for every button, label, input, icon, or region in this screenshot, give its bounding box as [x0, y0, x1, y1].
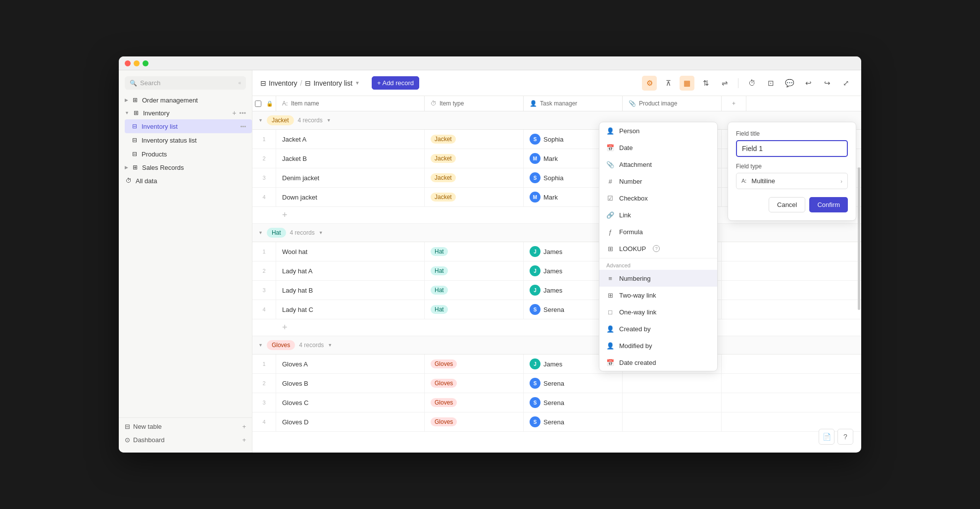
- sidebar-item-products[interactable]: ⊟ Products: [125, 147, 252, 161]
- copy-button[interactable]: ⊡: [763, 76, 778, 91]
- group-button[interactable]: ⇌: [717, 76, 732, 91]
- sidebar-item-inventory-list[interactable]: ⊟ Inventory list •••: [125, 119, 252, 133]
- more-icon[interactable]: •••: [240, 123, 246, 129]
- help-icon-button[interactable]: ?: [837, 429, 853, 445]
- td-name[interactable]: Jacket A: [276, 130, 425, 149]
- add-record-button[interactable]: + Add record: [372, 76, 419, 90]
- type-badge: Hat: [431, 247, 448, 256]
- dropdown-item-link[interactable]: 🔗 Link: [599, 206, 717, 223]
- chevron-icon[interactable]: ▼: [327, 118, 331, 123]
- td-name[interactable]: Lady hat A: [276, 261, 425, 280]
- expand-button[interactable]: ⤢: [838, 76, 853, 91]
- new-table-item[interactable]: ⊟ New table +: [119, 420, 252, 433]
- td-name[interactable]: Wool hat: [276, 242, 425, 261]
- filter-button[interactable]: ⊼: [661, 76, 676, 91]
- redo-button[interactable]: ↪: [820, 76, 834, 91]
- type-badge: Jacket: [431, 135, 456, 144]
- sidebar-item-all-data[interactable]: ⏱ All data: [119, 174, 252, 188]
- td-num: 3: [252, 393, 276, 412]
- scrollbar-thumb[interactable]: [858, 167, 860, 310]
- td-num: 1: [252, 242, 276, 261]
- td-name[interactable]: Gloves D: [276, 412, 425, 431]
- chevron-down-icon[interactable]: ▼: [258, 230, 263, 235]
- dropdown-item-modified-by[interactable]: 👤 Modified by: [599, 337, 717, 354]
- close-button[interactable]: [125, 60, 131, 66]
- dropdown-item-checkbox[interactable]: ☑ Checkbox: [599, 190, 717, 206]
- dropdown-item-date[interactable]: 📅 Date: [599, 139, 717, 156]
- dropdown-item-one-way-link[interactable]: □ One-way link: [599, 304, 717, 320]
- td-name[interactable]: Gloves B: [276, 374, 425, 393]
- collapse-icon[interactable]: «: [238, 80, 241, 86]
- field-title-input[interactable]: [736, 140, 848, 157]
- sidebar-group-children-inventory: ⊟ Inventory list ••• ⊟ Inventory status …: [119, 119, 252, 161]
- td-type: Hat: [425, 300, 524, 319]
- sidebar-group-header-sales-records[interactable]: ▶ ⊞ Sales Records: [119, 161, 252, 174]
- add-record-label: + Add record: [377, 79, 414, 87]
- field-type-label: Field type: [736, 163, 848, 170]
- sidebar-group-header-order-management[interactable]: ▶ ⊞ Order management: [119, 94, 252, 106]
- field-type-selector[interactable]: Aː Multiline ›: [736, 173, 848, 189]
- chevron-down-icon[interactable]: ▼: [258, 343, 263, 348]
- group-tag-gloves: Gloves: [267, 340, 295, 350]
- td-name[interactable]: Denim jacket: [276, 168, 425, 187]
- search-bar[interactable]: 🔍 Search «: [125, 76, 246, 90]
- dropdown-item-person[interactable]: 👤 Person: [599, 122, 717, 139]
- dropdown-item-number[interactable]: # Number: [599, 173, 717, 190]
- settings-button[interactable]: ⚙: [642, 76, 657, 91]
- chevron-down-icon[interactable]: ▼: [258, 118, 263, 123]
- more-inventory-icon[interactable]: •••: [239, 109, 246, 117]
- multiline-icon: Aː Multiline: [741, 177, 775, 185]
- minimize-button[interactable]: [134, 60, 140, 66]
- add-dashboard-icon[interactable]: +: [242, 436, 246, 444]
- sort-button[interactable]: ⇅: [698, 76, 713, 91]
- group-count-jacket: 4 records: [298, 117, 323, 124]
- td-name[interactable]: Down jacket: [276, 188, 425, 206]
- dashboard-icon: ⊙: [125, 436, 130, 444]
- dropdown-item-formula[interactable]: ƒ Formula: [599, 223, 717, 240]
- dropdown-item-created-by[interactable]: 👤 Created by: [599, 320, 717, 337]
- td-name[interactable]: Gloves C: [276, 393, 425, 412]
- sidebar-item-inventory-status-list[interactable]: ⊟ Inventory status list: [125, 133, 252, 147]
- th-item-type[interactable]: ⏱ Item type: [425, 96, 524, 111]
- select-all-checkbox[interactable]: [255, 101, 261, 107]
- title-bar: [119, 56, 861, 70]
- view-button[interactable]: ▦: [680, 76, 694, 91]
- sidebar-group-inventory: ▼ ⊞ Inventory + ••• ⊟ Inventory list •••…: [119, 106, 252, 161]
- dropdown-item-two-way-link[interactable]: ⊞ Two-way link: [599, 287, 717, 304]
- breadcrumb-root[interactable]: ⊟ Inventory: [260, 79, 297, 87]
- td-name[interactable]: Lady hat B: [276, 281, 425, 300]
- chevron-icon[interactable]: ▼: [328, 343, 332, 348]
- dropdown-item-lookup[interactable]: ⊞ LOOKUP ?: [599, 240, 717, 257]
- th-add-column[interactable]: +: [722, 96, 746, 111]
- maximize-button[interactable]: [143, 60, 148, 66]
- dropdown-item-attachment[interactable]: 📎 Attachment: [599, 156, 717, 173]
- add-row-hat[interactable]: +: [252, 319, 861, 336]
- chevron-icon[interactable]: ▼: [319, 230, 323, 235]
- sidebar-group-header-inventory[interactable]: ▼ ⊞ Inventory + •••: [119, 106, 252, 119]
- doc-icon-button[interactable]: 📄: [819, 429, 834, 445]
- history-button[interactable]: ⏱: [744, 76, 759, 91]
- td-type: Gloves: [425, 374, 524, 393]
- cancel-button[interactable]: Cancel: [769, 197, 805, 212]
- dropdown-item-date-created[interactable]: 📅 Date created: [599, 354, 717, 371]
- th-product-image[interactable]: 📎 Product image: [623, 96, 722, 111]
- dropdown-label-number: Number: [619, 178, 642, 185]
- add-inventory-icon[interactable]: +: [232, 109, 236, 117]
- td-name[interactable]: Gloves A: [276, 355, 425, 373]
- td-manager: SSerena: [524, 412, 623, 431]
- confirm-button[interactable]: Confirm: [809, 197, 848, 212]
- comment-button[interactable]: 💬: [782, 76, 797, 91]
- dashboard-item[interactable]: ⊙ Dashboard +: [119, 433, 252, 447]
- dropdown-label-person: Person: [619, 127, 639, 135]
- td-name[interactable]: Lady hat C: [276, 300, 425, 319]
- td-name[interactable]: Jacket B: [276, 149, 425, 168]
- add-new-table-icon[interactable]: +: [242, 423, 246, 430]
- table-row: 3 Gloves C Gloves SSerena: [252, 393, 861, 412]
- th-task-manager[interactable]: 👤 Task manager: [524, 96, 623, 111]
- undo-button[interactable]: ↩: [801, 76, 816, 91]
- table-row: 1 Gloves A Gloves JJames: [252, 355, 861, 374]
- breadcrumb-current[interactable]: ⊟ Inventory list ▼: [305, 79, 360, 87]
- dropdown-label-created-by: Created by: [619, 325, 651, 333]
- th-item-name[interactable]: Aː Item name: [276, 96, 425, 111]
- dropdown-item-numbering[interactable]: ≡ Numbering: [599, 270, 717, 287]
